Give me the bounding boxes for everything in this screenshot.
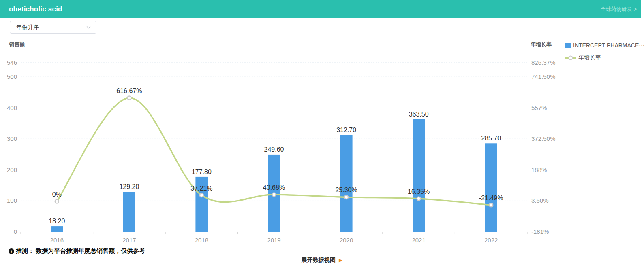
line-point-2022[interactable] [489, 203, 493, 207]
line-point-2017[interactable] [127, 96, 131, 100]
line-point-2019[interactable] [272, 193, 276, 197]
bar-value-label: 363.50 [409, 111, 429, 118]
bar-value-label: 312.70 [336, 127, 356, 134]
line-point-2016[interactable] [55, 199, 59, 203]
x-axis-label-2022: 2022 [484, 237, 498, 244]
line-point-2021[interactable] [417, 197, 421, 201]
x-axis-label-2021: 2021 [412, 237, 425, 244]
line-value-label: 25.30% [335, 186, 357, 193]
x-axis-label-2016: 2016 [50, 237, 64, 244]
bar-value-label: 249.60 [264, 146, 284, 153]
right-axis-tick-label: 826.37% [531, 59, 555, 66]
bar-2020[interactable] [340, 135, 353, 232]
right-axis-tick-label: 3.50% [531, 197, 549, 204]
line-value-label: 616.67% [116, 87, 142, 94]
line-value-label: 16.35% [408, 188, 430, 195]
line-value-label: 0% [52, 191, 62, 198]
x-axis-label-2019: 2019 [267, 237, 280, 244]
bar-2016[interactable] [51, 226, 63, 232]
bar-2022[interactable] [485, 143, 497, 232]
left-axis-tick-label: 0 [14, 228, 17, 235]
line-value-label: -21.49% [479, 195, 503, 201]
bar-value-label: 177.80 [192, 168, 212, 175]
line-value-label: 40.68% [263, 184, 285, 191]
info-icon: i [9, 248, 14, 254]
left-axis-tick-label: 100 [7, 197, 17, 204]
estimate-note-prefix: 推测： [16, 247, 34, 255]
left-axis-tick-label: 300 [7, 135, 17, 142]
left-axis-tick-label: 200 [7, 166, 17, 173]
estimate-note: i 推测： 数据为平台推测年度总销售额，仅供参考 [9, 247, 145, 255]
x-axis-label-2020: 2020 [340, 237, 353, 244]
line-value-label: 37.21% [190, 185, 212, 192]
bar-2021[interactable] [413, 119, 425, 232]
x-axis-label-2017: 2017 [122, 237, 136, 244]
expand-data-view-label: 展开数据视图 [302, 256, 336, 263]
left-axis-tick-label: 546 [7, 59, 17, 66]
expand-arrow-icon: ▶ [339, 257, 342, 263]
right-axis-tick-label: -181% [531, 228, 549, 235]
left-axis-tick-label: 500 [7, 73, 17, 80]
right-axis-tick-label: 188% [531, 166, 547, 173]
bar-2017[interactable] [123, 192, 135, 232]
chart-plot-area: 0100200300400500546-181%3.50%188%372.50%… [0, 0, 644, 267]
bar-value-label: 18.20 [49, 218, 65, 225]
x-axis-label-2018: 2018 [195, 237, 208, 244]
right-axis-tick-label: 372.50% [531, 135, 555, 142]
right-axis-tick-label: 557% [531, 104, 547, 111]
bar-value-label: 129.20 [119, 183, 139, 190]
expand-data-view-button[interactable]: 展开数据视图 ▶ [0, 256, 644, 264]
line-point-2020[interactable] [344, 195, 348, 199]
estimate-note-text: 数据为平台推测年度总销售额，仅供参考 [36, 247, 145, 255]
line-point-2018[interactable] [200, 193, 203, 197]
right-axis-tick-label: 741.50% [531, 73, 555, 80]
left-axis-tick-label: 400 [7, 104, 17, 111]
bar-value-label: 285.70 [481, 135, 501, 142]
